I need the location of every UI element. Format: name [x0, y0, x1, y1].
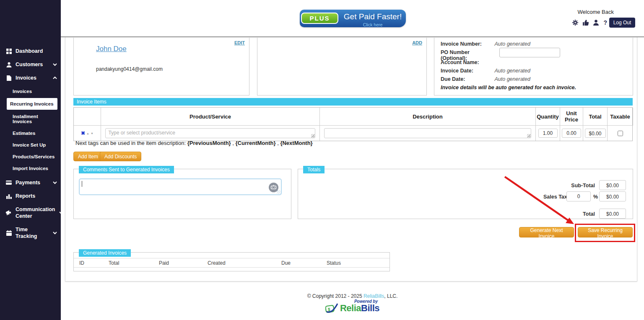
dashboard-icon: [6, 49, 12, 54]
edit-customer-link[interactable]: EDIT: [234, 40, 245, 45]
customer-panel: EDIT John Doe pandakyung0414@gmail.com: [73, 38, 249, 95]
help-icon[interactable]: ?: [603, 19, 607, 26]
account-name-label: Account Name:: [441, 59, 493, 65]
account-name-row: Account Name:: [441, 59, 493, 65]
header-icon-row: ?: [572, 19, 607, 26]
bar-chart-icon: [6, 194, 12, 199]
sidebar-item-communication-center[interactable]: Communication Center: [0, 203, 61, 223]
sidebar-item-import-invoices[interactable]: Import Invoices: [0, 163, 61, 174]
invoice-number-row: Invoice Number: Auto generated: [441, 41, 530, 47]
credit-card-icon: [6, 181, 12, 185]
reliabills-logo-icon: $: [325, 302, 339, 314]
comments-panel: Comments Sent to Generated Invoices: [73, 169, 291, 219]
comments-textarea[interactable]: [79, 178, 282, 195]
move-item-down-icon[interactable]: ▼: [91, 132, 93, 135]
invoice-items-table: Product/Service Description Quantity Uni…: [73, 107, 633, 141]
invoice-date-label: Invoice Date:: [441, 68, 493, 74]
column-header-description: Description: [320, 108, 536, 126]
sales-tax-rate-input[interactable]: [566, 191, 591, 201]
copyright-text: © Copyright 2012 - 2025 ReliaBills, LLC.: [61, 293, 644, 299]
megaphone-icon: [6, 210, 12, 215]
item-total-cell: $0.00: [583, 126, 608, 141]
description-tags-note: Next tags can be used in the item descri…: [75, 140, 313, 146]
logo-text-relia: Relia: [340, 303, 361, 314]
invoice-items-section-header: Invoice Items: [73, 98, 633, 106]
user-icon[interactable]: [593, 20, 599, 26]
delete-item-icon[interactable]: ✖: [81, 130, 85, 136]
taxable-checkbox[interactable]: [618, 131, 623, 136]
generated-invoices-section-header: Generated Invoices: [79, 249, 131, 257]
chevron-down-icon: [59, 211, 64, 214]
get-paid-faster-banner[interactable]: PLUS Get Paid Faster! Click here: [300, 10, 406, 27]
thumbs-up-icon[interactable]: [583, 20, 589, 26]
chevron-down-icon: [52, 181, 57, 184]
sidebar-item-customers[interactable]: Customers: [0, 58, 61, 71]
item-quantity-cell: [536, 126, 560, 141]
subtotal-label: Sub-Total: [571, 183, 595, 188]
page: Dashboard Customers Invoices Invoices Re…: [0, 0, 644, 320]
sales-tax-value: $0.00: [599, 191, 626, 201]
due-date-row: Due Date: Auto generated: [441, 76, 530, 82]
sidebar-item-invoice-set-up[interactable]: Invoice Set Up: [0, 139, 61, 151]
sidebar-item-time-tracking[interactable]: Time Tracking: [0, 223, 61, 243]
description-input[interactable]: [324, 128, 531, 138]
sidebar-item-estimates[interactable]: Estimates: [0, 127, 61, 139]
add-recipient-link[interactable]: ADD: [412, 40, 422, 45]
sidebar-invoices-submenu: Invoices Recurring Invoices Installment …: [0, 85, 61, 176]
chevron-up-icon: [52, 76, 57, 80]
po-number-input[interactable]: [499, 48, 560, 57]
sidebar-item-dashboard[interactable]: Dashboard: [0, 44, 61, 58]
generate-next-invoice-button[interactable]: Generate Next Invoice: [519, 227, 574, 237]
column-header-unit-price: Unit Price: [560, 108, 583, 126]
resize-handle[interactable]: [277, 190, 280, 194]
comments-section-header: Comments Sent to Generated Invoices: [79, 166, 174, 173]
product-service-input[interactable]: [105, 128, 315, 138]
sidebar-item-label: Customers: [16, 61, 49, 68]
logout-button[interactable]: Log Out: [609, 18, 635, 28]
tag-previous-month: {PreviousMonth}: [187, 140, 231, 146]
reliabills-link[interactable]: ReliaBills: [364, 293, 384, 299]
sidebar-item-invoices-list[interactable]: Invoices: [0, 85, 61, 97]
total-value: $0.00: [599, 209, 626, 219]
sidebar-item-reports[interactable]: Reports: [0, 189, 61, 203]
generated-column-paid: Paid: [159, 260, 169, 266]
gear-icon[interactable]: [572, 20, 578, 26]
tag-current-month: {CurrentMonth}: [236, 140, 276, 146]
item-row-controls: ✖ ▲ ▼: [74, 126, 101, 141]
customer-name-link[interactable]: John Doe: [96, 45, 127, 53]
unit-price-input[interactable]: [562, 129, 581, 138]
quantity-input[interactable]: [538, 129, 558, 138]
invoice-date-row: Invoice Date: Auto generated: [441, 68, 530, 74]
invoice-number-value: Auto generated: [494, 41, 530, 47]
divider: [74, 267, 390, 268]
column-header-taxable: Taxable: [608, 108, 633, 126]
sidebar-item-products-services[interactable]: Products/Services: [0, 151, 61, 163]
item-unit-price-cell: [560, 126, 583, 141]
sidebar-item-payments[interactable]: Payments: [0, 176, 61, 189]
item-total-value: $0.00: [585, 129, 606, 138]
logo-text-bills: Bills: [361, 303, 379, 314]
column-header-quantity: Quantity: [536, 108, 560, 126]
totals-panel: Totals Sub-Total $0.00 Sales Tax % $0.00…: [298, 169, 633, 219]
sidebar-item-installment-invoices[interactable]: Installment Invoices: [0, 111, 61, 127]
column-header-total: Total: [583, 108, 608, 126]
banner-click-here-link[interactable]: Click here: [342, 22, 404, 27]
tag-next-month: {NextMonth}: [280, 140, 312, 146]
sidebar-item-invoices[interactable]: Invoices: [0, 71, 61, 85]
item-description-cell: [320, 126, 536, 141]
save-recurring-invoice-button[interactable]: Save Recurring Invoice: [578, 227, 633, 237]
banner-title: Get Paid Faster!: [342, 12, 404, 21]
generated-column-created: Created: [208, 260, 226, 266]
customer-email: pandakyung0414@gmail.com: [96, 66, 163, 72]
add-discounts-button[interactable]: Add Discounts: [100, 152, 141, 161]
generated-column-id: ID: [79, 260, 84, 266]
due-date-label: Due Date:: [441, 76, 493, 82]
sidebar-item-label: Time Tracking: [16, 226, 49, 240]
due-date-value: Auto generated: [494, 76, 530, 82]
move-item-up-icon[interactable]: ▲: [86, 132, 89, 135]
recipients-panel: ADD: [257, 38, 427, 95]
generated-column-status: Status: [327, 260, 341, 266]
add-item-button[interactable]: Add Item: [73, 152, 103, 161]
sidebar-item-recurring-invoices[interactable]: Recurring Invoices: [7, 98, 57, 110]
totals-section-header: Totals: [303, 166, 325, 173]
